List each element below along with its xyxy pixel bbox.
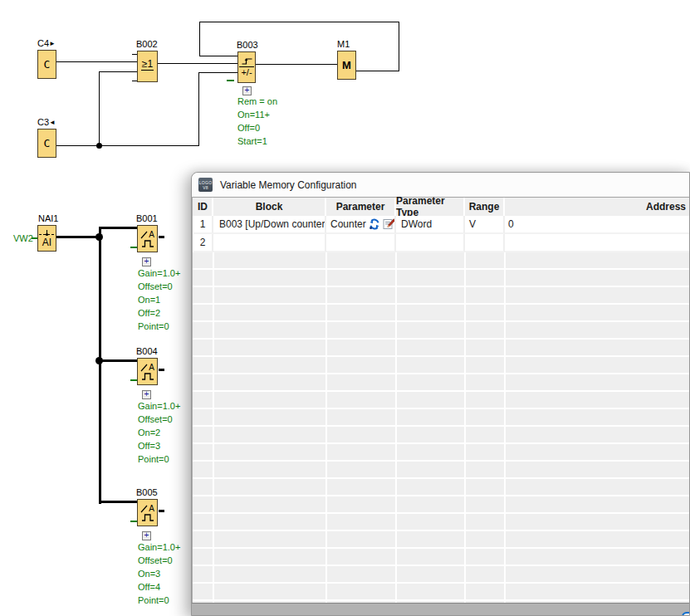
wire-loop-right	[399, 22, 399, 71]
junction-dot	[95, 233, 103, 241]
wire-bus-b001	[99, 227, 138, 229]
block-b005-analog-trigger[interactable]: A	[137, 499, 158, 526]
wire-branch-b003-vert	[198, 72, 199, 146]
variable-memory-configuration-dialog: LOGO V8 Variable Memory Configuration ID…	[191, 172, 690, 616]
label-nai1: NAI1	[38, 213, 58, 223]
pulse-icon	[141, 240, 154, 247]
cursor-key-symbol: C	[44, 137, 51, 149]
cell-range[interactable]	[465, 234, 505, 252]
param-line: Point=0	[138, 594, 180, 607]
param-line: On=3	[138, 567, 180, 580]
wire-branch-b002-vert	[99, 71, 100, 146]
params-b005: Gain=1.0+ Offset=0 On=3 Off=4 Point=0	[138, 540, 180, 607]
or-gate-symbol: ≥1	[141, 58, 154, 71]
param-line: Gain=1.0+	[138, 540, 180, 554]
column-gridline	[504, 252, 506, 603]
params-b001: Gain=1.0+ Offset=0 On=1 Off=2 Point=0	[138, 266, 180, 333]
dialog-title: Variable Memory Configuration	[220, 179, 357, 191]
label-c3: C3◄	[37, 117, 56, 128]
wire-m1-out	[356, 71, 399, 71]
cell-parameter-type[interactable]: DWord	[396, 216, 465, 234]
param-line: Offset=0	[138, 554, 180, 567]
cell-address[interactable]	[505, 234, 690, 252]
block-nai1-network-analog-input[interactable]: AI	[37, 225, 56, 252]
param-line: Gain=1.0+	[138, 399, 180, 413]
slope-icon	[140, 364, 148, 372]
edit-icon[interactable]	[383, 218, 395, 230]
column-header-parameter-type[interactable]: Parameter Type	[396, 198, 465, 216]
param-line: Off=2	[138, 306, 180, 320]
column-gridline	[213, 252, 214, 603]
column-header-parameter[interactable]: Parameter	[326, 198, 396, 216]
open-input-b001	[130, 247, 137, 248]
cell-parameter[interactable]	[326, 234, 396, 252]
refresh-icon[interactable]	[369, 218, 380, 230]
analog-symbol: A	[149, 231, 154, 239]
table-row[interactable]: 1 B003 [Up/Down counter] Counter	[192, 216, 689, 234]
block-b003-updown-counter[interactable]: +/-	[237, 51, 256, 83]
label-b004: B004	[136, 346, 158, 356]
open-input-b005	[130, 521, 137, 522]
column-header-id[interactable]: ID	[193, 198, 213, 216]
column-gridline	[395, 252, 397, 603]
cell-range[interactable]: V	[465, 216, 505, 234]
logo-app-icon: LOGO V8	[198, 178, 213, 192]
param-line: Rem = on	[237, 95, 277, 108]
cell-block[interactable]: B003 [Up/Down counter]	[213, 216, 326, 234]
open-input-b003	[227, 80, 234, 81]
cell-address[interactable]: 0	[505, 216, 690, 234]
column-header-range[interactable]: Range	[465, 198, 505, 216]
block-c3[interactable]: C	[37, 129, 56, 158]
param-line: Offset=0	[138, 413, 180, 426]
block-b004-analog-trigger[interactable]: A	[137, 358, 158, 385]
dialog-title-bar[interactable]: LOGO V8 Variable Memory Configuration	[192, 173, 689, 197]
wire-c4-b002	[56, 61, 137, 62]
wire-analog-bus	[99, 227, 101, 504]
param-line: Off=4	[138, 580, 180, 594]
block-b001-analog-trigger[interactable]: A	[137, 225, 158, 252]
param-line: On=1	[138, 293, 180, 306]
slope-icon	[140, 231, 148, 239]
ok-button[interactable]	[682, 612, 690, 616]
wire-nai1-out	[56, 236, 100, 238]
slope-icon	[140, 505, 148, 513]
param-line: Gain=1.0+	[138, 266, 180, 280]
param-line: Point=0	[138, 452, 180, 466]
cell-parameter-type[interactable]	[396, 234, 465, 252]
column-header-address[interactable]: Address	[505, 198, 690, 216]
label-b001: B001	[136, 213, 158, 223]
expand-button-b004[interactable]: +	[142, 390, 151, 399]
pulse-icon	[141, 514, 154, 521]
cell-id: 1	[193, 216, 213, 234]
expand-button-b001[interactable]: +	[142, 257, 151, 266]
param-line: Off=3	[138, 439, 180, 452]
open-input-b004	[130, 379, 137, 381]
cell-id: 2	[193, 234, 213, 252]
label-c4: C4►	[37, 38, 56, 49]
block-c4[interactable]: C	[37, 50, 56, 79]
wire-branch-b002-horz	[99, 71, 137, 72]
expand-button-b005[interactable]: +	[142, 531, 151, 540]
param-line: On=11+	[237, 108, 277, 121]
column-header-block[interactable]: Block	[213, 198, 326, 216]
wire-loop-top	[199, 22, 399, 22]
pin-stub-b004-out	[159, 369, 164, 371]
cell-parameter[interactable]: Counter	[326, 216, 396, 234]
junction-dot	[95, 357, 103, 364]
table-row[interactable]: 2	[192, 234, 689, 252]
block-m1-marker[interactable]: M	[337, 51, 356, 80]
wire-c3-out	[56, 145, 199, 146]
pulse-icon	[141, 373, 154, 380]
label-b005: B005	[136, 487, 158, 497]
edge-step-icon	[241, 57, 253, 66]
network-input-icon	[39, 229, 55, 237]
updown-symbol: +/-	[241, 68, 252, 77]
wire-branch-b003-horz	[198, 72, 237, 73]
block-b002-or[interactable]: ≥1	[137, 51, 158, 82]
cell-block[interactable]	[213, 234, 326, 252]
analog-input-symbol: AI	[42, 237, 51, 247]
marker-symbol: M	[342, 59, 351, 71]
param-line: On=2	[138, 426, 180, 439]
junction-dot	[96, 143, 102, 149]
wire-bus-b004	[99, 359, 138, 362]
